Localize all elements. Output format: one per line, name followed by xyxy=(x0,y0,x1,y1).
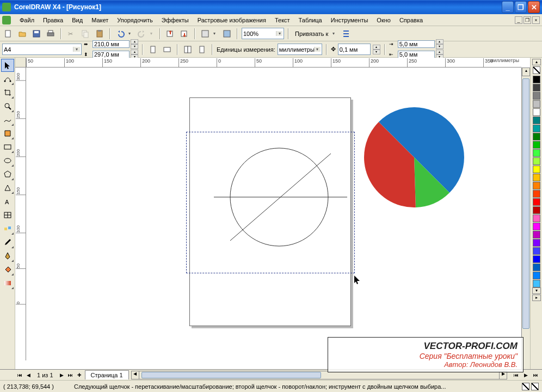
crop-tool[interactable] xyxy=(1,86,14,99)
palette-scroll-up[interactable]: ▴ xyxy=(532,59,541,65)
menu-tools[interactable]: Инструменты xyxy=(327,16,373,24)
color-swatch[interactable] xyxy=(533,100,540,108)
shape-tool[interactable] xyxy=(1,72,14,85)
next-page-button[interactable]: ▶ xyxy=(58,372,66,378)
menu-edit[interactable]: Правка xyxy=(39,16,67,24)
dup-x-spinner[interactable]: ▴▾ xyxy=(436,39,444,49)
new-button[interactable] xyxy=(2,28,14,40)
save-button[interactable] xyxy=(30,28,42,40)
zoom-input[interactable] xyxy=(243,30,276,37)
page-width-input[interactable] xyxy=(93,40,130,48)
current-outline-swatch[interactable] xyxy=(531,383,539,390)
color-swatch[interactable] xyxy=(533,206,540,214)
app-menu-icon[interactable] xyxy=(2,16,11,24)
redo-button[interactable] xyxy=(136,28,148,40)
menu-view[interactable]: Вид xyxy=(67,16,87,24)
import-button[interactable] xyxy=(164,28,176,40)
mdi-restore-button[interactable]: ❐ xyxy=(523,16,531,24)
mdi-close-button[interactable]: × xyxy=(532,16,540,24)
nudge-spinner[interactable]: ▴▾ xyxy=(373,45,380,54)
add-page-button[interactable]: ✚ xyxy=(75,372,84,378)
cut-button[interactable]: ✂ xyxy=(65,28,77,40)
palette-flyout[interactable]: ▸ xyxy=(532,295,541,301)
drawing-canvas[interactable] xyxy=(26,68,521,369)
color-swatch[interactable] xyxy=(533,157,540,165)
color-swatch[interactable] xyxy=(533,247,540,255)
menu-file[interactable]: Файл xyxy=(15,16,39,24)
all-pages-button[interactable] xyxy=(182,44,194,56)
zoom-tool[interactable] xyxy=(1,100,14,113)
options-button[interactable] xyxy=(340,28,352,40)
color-swatch[interactable] xyxy=(533,149,540,157)
portrait-button[interactable] xyxy=(147,44,159,56)
nav-extra-1[interactable]: ⏮ xyxy=(512,372,520,378)
open-button[interactable] xyxy=(16,28,28,40)
smart-fill-tool[interactable] xyxy=(1,127,14,140)
color-swatch[interactable] xyxy=(533,166,540,173)
eyedropper-tool[interactable] xyxy=(1,236,14,249)
interactive-fill-tool[interactable] xyxy=(1,277,14,290)
units-input[interactable] xyxy=(279,46,314,53)
current-fill-swatch[interactable] xyxy=(522,383,529,390)
color-swatch[interactable] xyxy=(533,190,540,198)
menu-help[interactable]: Справка xyxy=(395,16,427,24)
color-swatch[interactable] xyxy=(533,280,540,287)
color-swatch[interactable] xyxy=(533,92,540,100)
menu-layout[interactable]: Макет xyxy=(87,16,113,24)
color-swatch[interactable] xyxy=(533,223,540,230)
first-page-button[interactable]: ⏮ xyxy=(15,372,24,378)
dup-y-input[interactable] xyxy=(398,51,435,58)
ruler-horizontal[interactable]: миллиметры 50100150200250050100150200250… xyxy=(26,58,521,68)
app-launcher-dropdown[interactable]: ▾ xyxy=(213,31,219,36)
close-button[interactable]: ✕ xyxy=(528,1,540,13)
maximize-button[interactable]: ❐ xyxy=(515,1,527,13)
prev-page-button[interactable]: ◀ xyxy=(24,372,33,378)
snap-to-label[interactable]: Привязать к xyxy=(293,30,330,37)
basic-shapes-tool[interactable] xyxy=(1,181,14,194)
paper-size-input[interactable] xyxy=(4,46,73,53)
paste-button[interactable] xyxy=(94,28,106,40)
scroll-thumb[interactable] xyxy=(522,78,529,329)
minimize-button[interactable]: _ xyxy=(502,1,514,13)
page-tab-1[interactable]: Страница 1 xyxy=(85,370,129,379)
chevron-down-icon[interactable]: ▾ xyxy=(73,47,80,52)
color-swatch[interactable] xyxy=(533,108,540,116)
outline-tool[interactable] xyxy=(1,249,14,262)
menu-arrange[interactable]: Упорядочить xyxy=(113,16,157,24)
interactive-tool[interactable] xyxy=(1,222,14,235)
ellipse-tool[interactable] xyxy=(1,154,14,167)
ruler-origin[interactable] xyxy=(15,58,26,68)
rectangle-tool[interactable] xyxy=(1,140,14,154)
paper-size-combo[interactable]: ▾ xyxy=(2,44,82,55)
welcome-button[interactable] xyxy=(221,28,233,40)
chevron-down-icon[interactable]: ▾ xyxy=(314,47,321,52)
current-page-button[interactable] xyxy=(196,44,208,56)
color-swatch[interactable] xyxy=(533,141,540,149)
chevron-down-icon[interactable]: ▾ xyxy=(276,31,282,36)
color-swatch[interactable] xyxy=(533,272,540,279)
hscroll-thumb[interactable] xyxy=(141,372,321,378)
color-swatch[interactable] xyxy=(533,174,540,181)
menu-table[interactable]: Таблица xyxy=(294,16,327,24)
redo-dropdown[interactable]: ▾ xyxy=(150,31,156,36)
color-swatch[interactable] xyxy=(533,133,540,140)
menu-text[interactable]: Текст xyxy=(270,16,294,24)
color-swatch[interactable] xyxy=(533,117,540,124)
last-page-button[interactable]: ⏭ xyxy=(66,372,75,378)
scroll-left-button[interactable]: ◀ xyxy=(132,371,139,379)
dup-x-input[interactable] xyxy=(398,40,435,48)
menu-effects[interactable]: Эффекты xyxy=(157,16,193,24)
app-launcher-button[interactable] xyxy=(199,28,211,40)
nav-extra-2[interactable]: ▶ xyxy=(521,372,530,378)
print-button[interactable] xyxy=(45,28,57,40)
page-width-spinner[interactable]: ▴▾ xyxy=(131,39,138,49)
landscape-button[interactable] xyxy=(161,44,173,56)
export-button[interactable] xyxy=(178,28,190,40)
fill-tool[interactable] xyxy=(1,263,14,276)
polygon-tool[interactable] xyxy=(1,168,14,181)
freehand-tool[interactable] xyxy=(1,113,14,126)
copy-button[interactable] xyxy=(79,28,91,40)
color-swatch[interactable] xyxy=(533,264,540,271)
undo-button[interactable] xyxy=(114,28,126,40)
color-swatch[interactable] xyxy=(533,125,540,132)
